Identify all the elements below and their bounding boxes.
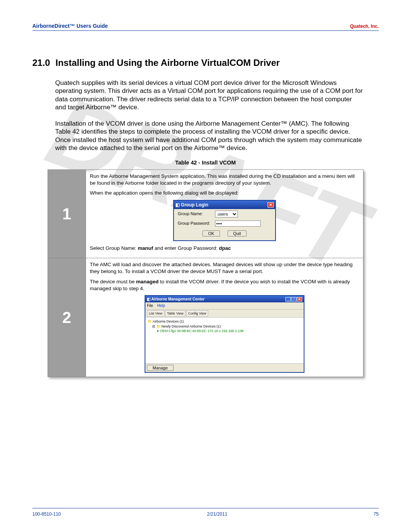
close-icon[interactable]: ✕ xyxy=(297,297,302,302)
amc-bottom-bar: Manage xyxy=(145,363,304,372)
menu-file[interactable]: File xyxy=(147,304,153,308)
step-1-select-line: Select Group Name: manuf and enter Group… xyxy=(90,245,359,252)
table-row: 2 The AMC will load and discover the att… xyxy=(48,258,363,377)
table-caption: Table 42 - Install VCOM xyxy=(32,160,379,166)
ok-button[interactable]: OK xyxy=(202,230,220,236)
header-company: Quatech, Inc. xyxy=(350,24,379,29)
amc-titlebar: ◧ Airborne Management Center _□✕ xyxy=(145,296,304,303)
group-name-label: Group Name: xyxy=(178,211,212,217)
amc-device-tree: 📁 Airborne Devices (1) ⊟ 📁 Newly Discove… xyxy=(145,318,304,363)
config-view-button[interactable]: Config View xyxy=(186,310,208,316)
step-2-p1: The AMC will load and discover the attac… xyxy=(90,261,359,275)
step-1-body: Run the Airborne Management System appli… xyxy=(86,170,363,258)
paragraph-1: Quatech supplies with its serial devices… xyxy=(55,79,363,111)
minimize-icon[interactable]: _ xyxy=(285,297,291,302)
tree-leaf-device[interactable]: ● OEM-Cfg1 00:0B:6C:40:09:DC 172.16.x 19… xyxy=(148,329,301,334)
header-rule xyxy=(32,30,379,31)
tree-node[interactable]: ⊟ 📁 Newly Discovered Airborne Devices (1… xyxy=(148,324,301,329)
page-header: AirborneDirect™ Users Guide Quatech, Inc… xyxy=(32,23,379,29)
paragraph-2: Installation of the VCOM driver is done … xyxy=(55,120,363,152)
header-title: AirborneDirect™ Users Guide xyxy=(32,23,108,29)
section-title: Installing and Using the Airborne Virtua… xyxy=(56,58,280,68)
tree-root[interactable]: 📁 Airborne Devices (1) xyxy=(148,319,301,324)
install-vcom-table: 1 Run the Airborne Management System app… xyxy=(48,169,363,377)
footer-docnum: 100-8510-110 xyxy=(32,511,61,517)
close-icon[interactable]: ✕ xyxy=(268,202,274,208)
maximize-icon[interactable]: □ xyxy=(291,297,296,302)
window-controls: _□✕ xyxy=(285,297,302,302)
section-heading: 21.0 Installing and Using the Airborne V… xyxy=(32,58,379,68)
manage-button[interactable]: Manage xyxy=(147,365,174,371)
step-1-intro: Run the Airborne Management System appli… xyxy=(90,173,359,187)
table-row: 1 Run the Airborne Management System app… xyxy=(48,170,363,258)
amc-window: ◧ Airborne Management Center _□✕ File He… xyxy=(145,295,304,373)
menu-help[interactable]: Help xyxy=(157,304,165,308)
group-password-input[interactable] xyxy=(215,220,261,227)
amc-title: ◧ Airborne Management Center xyxy=(147,297,204,302)
app-icon: ◧ xyxy=(147,297,151,301)
step-2-body: The AMC will load and discover the attac… xyxy=(86,258,363,377)
group-name-row: Group Name: users xyxy=(174,209,275,219)
section-number: 21.0 xyxy=(32,58,50,68)
amc-menu-bar: File Help xyxy=(145,302,304,310)
amc-toolbar: List ViewTable ViewConfig View xyxy=(145,310,304,318)
dialog-titlebar: ◧ Group Login ✕ xyxy=(174,201,275,209)
step-1-opens: When the application opens the following… xyxy=(90,190,359,197)
step-1-number: 1 xyxy=(48,170,86,258)
footer-pagenum: 75 xyxy=(374,511,379,517)
footer-date: 2/21/2011 xyxy=(207,511,227,517)
step-2-number: 2 xyxy=(48,258,86,377)
footer-rule xyxy=(32,508,379,508)
group-password-label: Group Password: xyxy=(178,220,212,226)
group-login-dialog: ◧ Group Login ✕ Group Name: users Group … xyxy=(173,200,276,241)
group-name-select[interactable]: users xyxy=(215,211,238,217)
group-password-row: Group Password: xyxy=(174,219,275,228)
dialog-button-row: OK Quit xyxy=(174,228,275,240)
step-2-p2: The device must be managed to install th… xyxy=(90,278,359,292)
dialog-title: ◧ Group Login xyxy=(175,202,208,208)
table-view-button[interactable]: Table View xyxy=(165,310,185,316)
page-footer: 100-8510-110 2/21/2011 75 xyxy=(32,511,379,517)
quit-button[interactable]: Quit xyxy=(228,230,247,236)
app-icon: ◧ xyxy=(175,202,181,208)
list-view-button[interactable]: List View xyxy=(147,310,164,316)
